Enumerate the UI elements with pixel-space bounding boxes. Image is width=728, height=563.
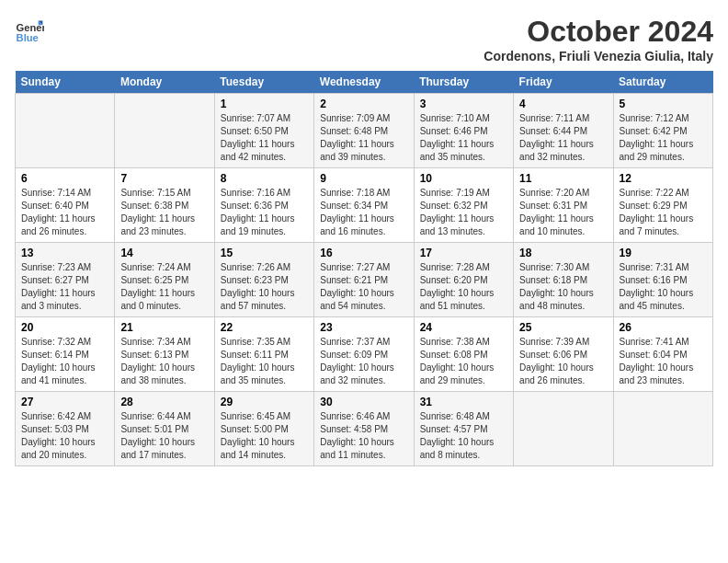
- day-number: 9: [320, 172, 407, 185]
- logo: General Blue: [15, 15, 44, 44]
- calendar-day-cell: 26Sunrise: 7:41 AMSunset: 6:04 PMDayligh…: [613, 317, 712, 392]
- calendar-day-cell: 14Sunrise: 7:24 AMSunset: 6:25 PMDayligh…: [115, 243, 214, 317]
- day-number: 6: [21, 172, 108, 185]
- day-info: Sunrise: 7:20 AMSunset: 6:31 PMDaylight:…: [519, 187, 607, 238]
- day-info: Sunrise: 7:37 AMSunset: 6:09 PMDaylight:…: [320, 336, 407, 387]
- calendar-week-row: 13Sunrise: 7:23 AMSunset: 6:27 PMDayligh…: [16, 243, 713, 317]
- day-info: Sunrise: 7:41 AMSunset: 6:04 PMDaylight:…: [620, 336, 707, 387]
- calendar-day-cell: 3Sunrise: 7:10 AMSunset: 6:46 PMDaylight…: [414, 94, 513, 168]
- calendar-header-row: SundayMondayTuesdayWednesdayThursdayFrid…: [16, 71, 713, 94]
- calendar-day-cell: 30Sunrise: 6:46 AMSunset: 4:58 PMDayligh…: [314, 392, 414, 466]
- calendar-day-cell: 11Sunrise: 7:20 AMSunset: 6:31 PMDayligh…: [514, 168, 613, 243]
- day-info: Sunrise: 7:24 AMSunset: 6:25 PMDaylight:…: [120, 261, 208, 313]
- day-info: Sunrise: 7:15 AMSunset: 6:38 PMDaylight:…: [120, 187, 208, 238]
- day-number: 8: [221, 172, 308, 185]
- calendar-table: SundayMondayTuesdayWednesdayThursdayFrid…: [15, 71, 713, 466]
- calendar-day-cell: 20Sunrise: 7:32 AMSunset: 6:14 PMDayligh…: [16, 317, 115, 392]
- day-number: 13: [21, 247, 108, 259]
- day-number: 7: [120, 172, 208, 185]
- calendar-day-cell: 1Sunrise: 7:07 AMSunset: 6:50 PMDaylight…: [214, 94, 313, 168]
- calendar-week-row: 27Sunrise: 6:42 AMSunset: 5:03 PMDayligh…: [16, 392, 713, 466]
- calendar-day-cell: 16Sunrise: 7:27 AMSunset: 6:21 PMDayligh…: [314, 243, 414, 317]
- day-of-week-header: Wednesday: [314, 71, 414, 94]
- day-number: 5: [620, 98, 707, 110]
- svg-text:Blue: Blue: [17, 32, 39, 43]
- day-number: 12: [620, 172, 707, 185]
- day-of-week-header: Sunday: [16, 71, 115, 94]
- day-info: Sunrise: 7:09 AMSunset: 6:48 PMDaylight:…: [320, 112, 407, 164]
- day-number: 11: [519, 172, 607, 185]
- calendar-day-cell: 4Sunrise: 7:11 AMSunset: 6:44 PMDaylight…: [514, 94, 613, 168]
- day-info: Sunrise: 7:18 AMSunset: 6:34 PMDaylight:…: [320, 187, 407, 238]
- calendar-day-cell: 17Sunrise: 7:28 AMSunset: 6:20 PMDayligh…: [414, 243, 513, 317]
- calendar-day-cell: [115, 94, 214, 168]
- calendar-day-cell: 28Sunrise: 6:44 AMSunset: 5:01 PMDayligh…: [115, 392, 214, 466]
- day-number: 10: [420, 172, 507, 185]
- day-number: 28: [120, 396, 208, 408]
- calendar-day-cell: [16, 94, 115, 168]
- day-info: Sunrise: 7:10 AMSunset: 6:46 PMDaylight:…: [420, 112, 507, 164]
- day-number: 23: [320, 321, 407, 334]
- day-of-week-header: Monday: [115, 71, 214, 94]
- day-number: 20: [21, 321, 108, 334]
- day-number: 26: [620, 321, 707, 334]
- calendar-week-row: 1Sunrise: 7:07 AMSunset: 6:50 PMDaylight…: [16, 94, 713, 168]
- calendar-day-cell: 27Sunrise: 6:42 AMSunset: 5:03 PMDayligh…: [16, 392, 115, 466]
- day-info: Sunrise: 6:46 AMSunset: 4:58 PMDaylight:…: [320, 410, 407, 462]
- day-info: Sunrise: 7:07 AMSunset: 6:50 PMDaylight:…: [221, 112, 308, 164]
- day-number: 21: [120, 321, 208, 334]
- calendar-day-cell: 2Sunrise: 7:09 AMSunset: 6:48 PMDaylight…: [314, 94, 414, 168]
- calendar-day-cell: 22Sunrise: 7:35 AMSunset: 6:11 PMDayligh…: [214, 317, 313, 392]
- calendar-week-row: 6Sunrise: 7:14 AMSunset: 6:40 PMDaylight…: [16, 168, 713, 243]
- calendar-day-cell: 6Sunrise: 7:14 AMSunset: 6:40 PMDaylight…: [16, 168, 115, 243]
- day-number: 27: [21, 396, 108, 408]
- logo-icon: General Blue: [15, 15, 44, 44]
- day-info: Sunrise: 7:34 AMSunset: 6:13 PMDaylight:…: [120, 336, 208, 387]
- calendar-day-cell: [613, 392, 712, 466]
- day-number: 30: [320, 396, 407, 408]
- calendar-week-row: 20Sunrise: 7:32 AMSunset: 6:14 PMDayligh…: [16, 317, 713, 392]
- calendar-day-cell: 21Sunrise: 7:34 AMSunset: 6:13 PMDayligh…: [115, 317, 214, 392]
- day-number: 1: [221, 98, 308, 110]
- calendar-day-cell: 15Sunrise: 7:26 AMSunset: 6:23 PMDayligh…: [214, 243, 313, 317]
- day-number: 31: [420, 396, 507, 408]
- calendar-day-cell: 9Sunrise: 7:18 AMSunset: 6:34 PMDaylight…: [314, 168, 414, 243]
- day-info: Sunrise: 6:42 AMSunset: 5:03 PMDaylight:…: [21, 410, 108, 462]
- calendar-day-cell: 10Sunrise: 7:19 AMSunset: 6:32 PMDayligh…: [414, 168, 513, 243]
- day-info: Sunrise: 6:45 AMSunset: 5:00 PMDaylight:…: [221, 410, 308, 462]
- calendar-day-cell: 13Sunrise: 7:23 AMSunset: 6:27 PMDayligh…: [16, 243, 115, 317]
- calendar-day-cell: 12Sunrise: 7:22 AMSunset: 6:29 PMDayligh…: [613, 168, 712, 243]
- day-info: Sunrise: 6:48 AMSunset: 4:57 PMDaylight:…: [420, 410, 507, 462]
- day-info: Sunrise: 7:14 AMSunset: 6:40 PMDaylight:…: [21, 187, 108, 238]
- day-number: 17: [420, 247, 507, 259]
- day-number: 2: [320, 98, 407, 110]
- day-info: Sunrise: 7:30 AMSunset: 6:18 PMDaylight:…: [519, 261, 607, 313]
- day-info: Sunrise: 7:38 AMSunset: 6:08 PMDaylight:…: [420, 336, 507, 387]
- day-number: 22: [221, 321, 308, 334]
- day-info: Sunrise: 7:22 AMSunset: 6:29 PMDaylight:…: [620, 187, 707, 238]
- day-info: Sunrise: 7:39 AMSunset: 6:06 PMDaylight:…: [519, 336, 607, 387]
- day-info: Sunrise: 7:23 AMSunset: 6:27 PMDaylight:…: [21, 261, 108, 313]
- page-header: General Blue October 2024 Cordenons, Fri…: [15, 15, 713, 63]
- day-number: 14: [120, 247, 208, 259]
- day-number: 19: [620, 247, 707, 259]
- day-info: Sunrise: 7:27 AMSunset: 6:21 PMDaylight:…: [320, 261, 407, 313]
- calendar-day-cell: 5Sunrise: 7:12 AMSunset: 6:42 PMDaylight…: [613, 94, 712, 168]
- day-info: Sunrise: 7:19 AMSunset: 6:32 PMDaylight:…: [420, 187, 507, 238]
- day-info: Sunrise: 7:28 AMSunset: 6:20 PMDaylight:…: [420, 261, 507, 313]
- day-number: 4: [519, 98, 607, 110]
- day-number: 16: [320, 247, 407, 259]
- day-info: Sunrise: 7:11 AMSunset: 6:44 PMDaylight:…: [519, 112, 607, 164]
- day-number: 29: [221, 396, 308, 408]
- calendar-day-cell: 29Sunrise: 6:45 AMSunset: 5:00 PMDayligh…: [214, 392, 313, 466]
- calendar-day-cell: 24Sunrise: 7:38 AMSunset: 6:08 PMDayligh…: [414, 317, 513, 392]
- calendar-day-cell: 25Sunrise: 7:39 AMSunset: 6:06 PMDayligh…: [514, 317, 613, 392]
- day-number: 24: [420, 321, 507, 334]
- day-info: Sunrise: 7:35 AMSunset: 6:11 PMDaylight:…: [221, 336, 308, 387]
- calendar-body: 1Sunrise: 7:07 AMSunset: 6:50 PMDaylight…: [16, 94, 713, 466]
- title-block: October 2024 Cordenons, Friuli Venezia G…: [483, 15, 713, 63]
- day-of-week-header: Friday: [514, 71, 613, 94]
- day-info: Sunrise: 7:32 AMSunset: 6:14 PMDaylight:…: [21, 336, 108, 387]
- day-number: 3: [420, 98, 507, 110]
- calendar-day-cell: 19Sunrise: 7:31 AMSunset: 6:16 PMDayligh…: [613, 243, 712, 317]
